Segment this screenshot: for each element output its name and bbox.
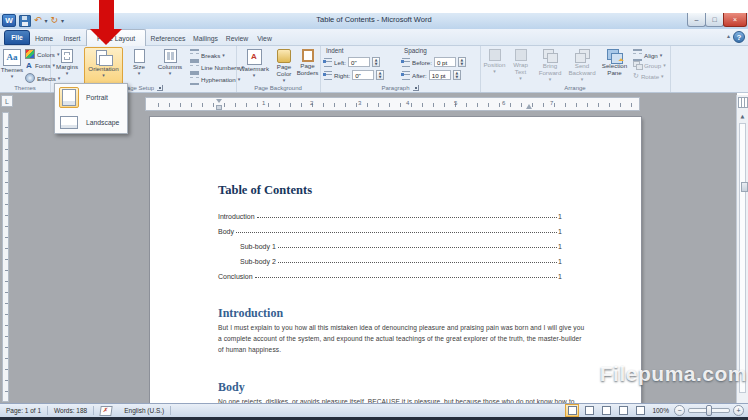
redo-icon[interactable]: ↻ <box>51 16 59 25</box>
group-arrange: Position ▾ Wrap Text ▾ Bring Forward ▾ S… <box>480 46 671 92</box>
zoom-out-button[interactable]: − <box>674 405 685 416</box>
undo-icon[interactable]: ↶ <box>34 16 42 25</box>
web-layout-view-button[interactable] <box>599 404 613 417</box>
page-color-icon <box>277 49 291 63</box>
tab-file[interactable]: File <box>4 30 30 45</box>
tab-stop-selector[interactable]: L <box>1 95 13 107</box>
spacing-after-row: After: 10 pt ▲▼ <box>402 70 461 80</box>
zoom-level[interactable]: 100% <box>652 407 669 414</box>
spacing-title: Spacing <box>404 47 427 54</box>
group-paragraph: Indent Left: 0" ▲▼ Right: 0" ▲▼ Spacing <box>320 46 481 92</box>
page-setup-dialog-launcher[interactable] <box>157 85 163 91</box>
toc-entry[interactable]: Sub-body 1 1 <box>218 235 562 250</box>
tab-view[interactable]: View <box>252 31 277 45</box>
watermark-button[interactable]: A Watermark ▾ <box>238 47 270 78</box>
margins-button[interactable]: Margins ▾ <box>52 47 82 76</box>
tab-mailings[interactable]: Mailings <box>189 31 222 45</box>
indent-left-input[interactable]: 0" <box>348 57 370 67</box>
arrow-head <box>90 29 122 45</box>
word-count[interactable]: Words: 188 <box>48 404 93 417</box>
columns-button[interactable]: Columns ▾ <box>154 47 186 76</box>
scrollbar-track[interactable] <box>739 123 746 393</box>
spacing-before-icon <box>402 58 410 67</box>
indent-right-icon <box>324 71 332 80</box>
window-controls: – □ × <box>688 13 747 27</box>
rotate-button[interactable]: ↻ Rotate ▾ <box>633 73 664 80</box>
print-layout-view-button[interactable] <box>565 404 579 417</box>
hyphenation-button[interactable]: Hyphenation ▾ <box>190 73 240 85</box>
tab-references[interactable]: References <box>148 31 188 45</box>
indent-title: Indent <box>326 47 344 54</box>
scrollbar-thumb[interactable] <box>741 182 748 192</box>
tab-review[interactable]: Review <box>223 31 251 45</box>
language-status[interactable]: English (U.S.) <box>118 404 170 417</box>
zoom-in-button[interactable]: + <box>733 405 744 416</box>
breaks-icon <box>190 49 199 61</box>
document-page[interactable]: Table of Contents Introduction 1 Body 1 … <box>150 117 641 403</box>
toc-entry[interactable]: Sub-body 2 1 <box>218 250 562 265</box>
qat-customize-caret-icon[interactable]: ▾ <box>61 18 64 24</box>
dot-leader <box>255 277 557 278</box>
help-button[interactable]: ? <box>733 31 745 43</box>
view-ruler-toggle[interactable] <box>738 97 748 108</box>
minimize-button[interactable]: – <box>687 13 706 27</box>
selection-pane-button[interactable]: Selection Pane <box>599 47 630 76</box>
zoom-slider[interactable] <box>688 408 730 413</box>
spacing-before-stepper[interactable]: ▲▼ <box>458 57 466 67</box>
rotate-icon: ↻ <box>633 73 639 80</box>
size-icon <box>134 49 145 63</box>
save-icon[interactable] <box>19 15 31 27</box>
page-borders-icon <box>302 49 314 62</box>
undo-caret-icon[interactable]: ▾ <box>45 18 48 24</box>
draft-view-button[interactable] <box>633 404 647 417</box>
toc-entry[interactable]: Body 1 <box>218 220 562 235</box>
spacing-after-stepper[interactable]: ▲▼ <box>453 70 461 80</box>
page-color-button[interactable]: Page Color ▾ <box>272 47 296 83</box>
group-button[interactable]: Group ▾ <box>633 61 666 69</box>
close-button[interactable]: × <box>723 13 747 27</box>
indent-left-stepper[interactable]: ▲▼ <box>372 57 380 67</box>
zoom-slider-thumb[interactable] <box>706 405 712 416</box>
menu-item-landscape[interactable]: Landscape <box>55 110 127 135</box>
send-backward-button[interactable]: Send Backward ▾ <box>566 47 598 82</box>
minimize-ribbon-icon[interactable]: ▴ <box>727 33 730 39</box>
proofing-status[interactable]: ✗ <box>94 404 118 417</box>
word-logo-icon[interactable]: W <box>2 14 16 27</box>
align-button[interactable]: Align ▾ <box>633 49 662 61</box>
tab-home[interactable]: Home <box>30 31 58 45</box>
vertical-ruler[interactable] <box>2 112 9 402</box>
wrap-text-button[interactable]: Wrap Text ▾ <box>508 47 533 81</box>
spacing-before-input[interactable]: 0 pt <box>434 57 456 67</box>
theme-colors-icon <box>25 49 35 59</box>
page-count[interactable]: Page: 1 of 1 <box>0 404 47 417</box>
fullscreen-reading-view-button[interactable] <box>582 404 596 417</box>
quick-access-toolbar: W ↶ ▾ ↻ ▾ <box>2 14 64 27</box>
bring-forward-button[interactable]: Bring Forward ▾ <box>535 47 565 82</box>
tab-insert[interactable]: Insert <box>58 31 86 45</box>
position-button[interactable]: Position ▾ <box>482 47 507 74</box>
breaks-button[interactable]: Breaks ▾ <box>190 49 225 61</box>
orientation-button[interactable]: Orientation ▾ <box>84 47 123 88</box>
scroll-up-icon[interactable]: ▲ <box>737 111 748 121</box>
wrap-text-icon <box>515 49 527 61</box>
outline-view-button[interactable] <box>616 404 630 417</box>
indent-right-stepper[interactable]: ▲▼ <box>376 70 384 80</box>
toc-entry[interactable]: Introduction 1 <box>218 205 562 220</box>
themes-button[interactable]: Aa Themes ▾ <box>1 47 23 79</box>
size-button[interactable]: Size ▾ <box>126 47 152 76</box>
toc-entry[interactable]: Conclusion 1 <box>218 265 562 280</box>
watermark-icon: A <box>247 49 262 65</box>
menu-item-portrait[interactable]: Portrait <box>55 85 127 110</box>
left-indent-marker[interactable] <box>216 99 222 110</box>
group-themes: Aa Themes ▾ Colors ▾ A Fonts ▾ Effects ▾… <box>0 46 51 92</box>
spacing-after-input[interactable]: 10 pt <box>429 70 451 80</box>
horizontal-ruler[interactable]: 1 2 3 4 5 6 7 <box>145 97 640 111</box>
vertical-scrollbar[interactable]: ▲ <box>736 95 748 403</box>
indent-right-input[interactable]: 0" <box>352 70 374 80</box>
table-of-contents: Introduction 1 Body 1 Sub-body 1 1 Sub-b… <box>218 205 562 280</box>
bring-forward-icon <box>543 49 558 62</box>
maximize-button[interactable]: □ <box>705 13 724 27</box>
paragraph-dialog-launcher[interactable] <box>413 85 419 91</box>
page-borders-button[interactable]: Page Borders <box>296 47 319 76</box>
right-indent-marker[interactable] <box>526 104 532 109</box>
